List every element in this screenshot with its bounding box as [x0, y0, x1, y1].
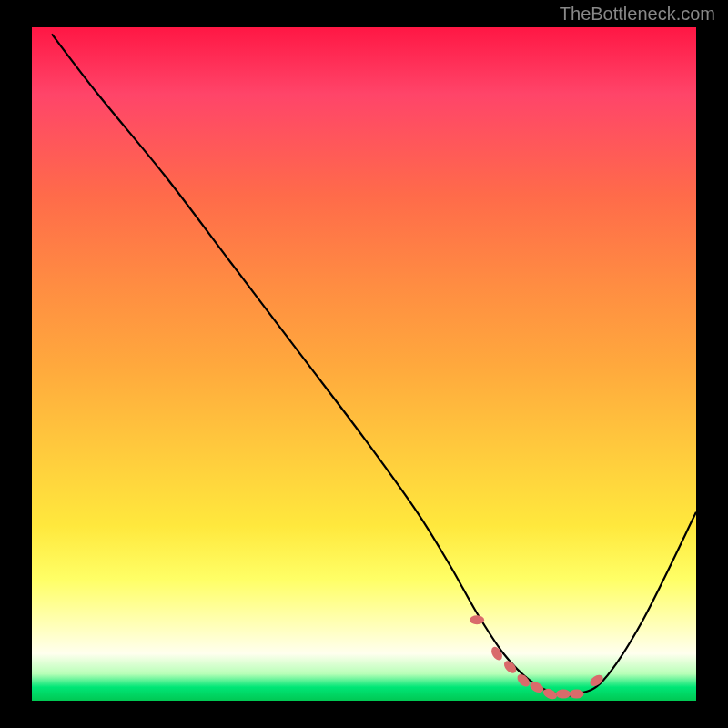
curve-svg — [32, 27, 696, 701]
chart-plot-area — [32, 27, 696, 701]
marker-dot — [490, 645, 505, 662]
watermark-text: TheBottleneck.com — [560, 4, 715, 25]
marker-group — [470, 615, 605, 701]
bottleneck-curve-path — [52, 34, 696, 695]
marker-dot — [556, 690, 571, 699]
marker-dot — [470, 615, 484, 624]
marker-dot — [570, 690, 584, 699]
